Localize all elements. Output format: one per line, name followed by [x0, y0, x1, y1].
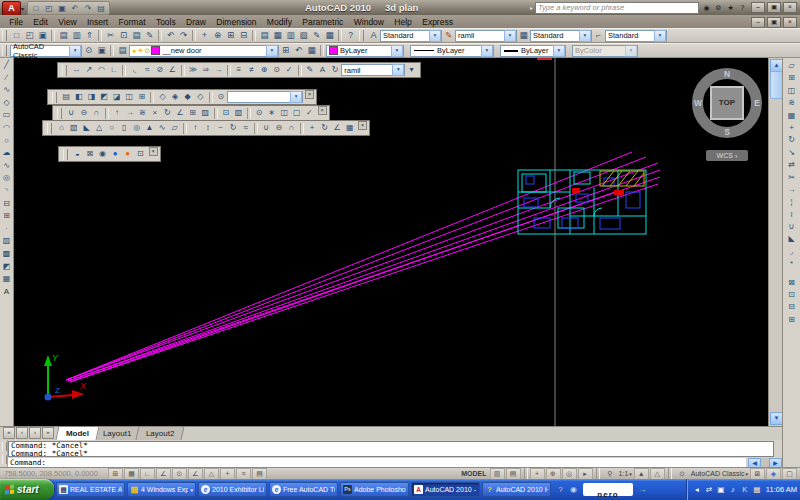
menu-dimension[interactable]: Dimension — [211, 17, 262, 27]
radius-icon[interactable]: ◟ — [128, 64, 141, 76]
dim-text-edit-icon[interactable]: A — [316, 64, 329, 76]
back-view-icon[interactable]: ⊞ — [136, 91, 149, 103]
match-properties-icon[interactable]: ✎ — [143, 29, 156, 42]
workspace-switching-button[interactable]: ⊙ AutoCAD Classic ▾ — [676, 469, 748, 479]
paste-icon[interactable]: ▤ — [130, 29, 143, 42]
arc-length-icon[interactable]: ◠ — [95, 64, 108, 76]
menu-window[interactable]: Window — [349, 17, 390, 27]
cut-icon[interactable]: ✂ — [104, 29, 117, 42]
render-environment-icon[interactable]: ● — [109, 148, 122, 160]
command-scrollbar[interactable]: ◀ ▶ — [748, 458, 782, 467]
sweep-icon[interactable]: ~ — [214, 122, 227, 134]
otrack-icon[interactable]: ∠ — [188, 468, 203, 480]
3d-rotate-icon[interactable]: ↻ — [318, 122, 331, 134]
insert-block-icon[interactable]: ⊟ — [1, 198, 13, 211]
3d-move-icon[interactable]: + — [306, 122, 319, 134]
prev-tab-icon[interactable]: ‹ — [16, 427, 28, 439]
move-faces-icon[interactable]: → — [123, 107, 136, 119]
dim-break-icon[interactable]: ≠ — [245, 64, 258, 76]
bring-to-front-icon[interactable]: ⊠ — [785, 277, 798, 289]
search-icon[interactable]: ◉ — [701, 3, 712, 13]
toolbar-lock-icon[interactable]: ⊠ — [750, 468, 765, 480]
join-icon[interactable]: ∪ — [785, 221, 798, 233]
viewcube-west-label[interactable]: W — [694, 98, 702, 108]
point-icon[interactable]: · — [1, 223, 13, 236]
publish-icon[interactable]: ⇑ — [83, 29, 96, 42]
properties-icon[interactable]: ▤ — [258, 29, 271, 42]
first-tab-icon[interactable]: « — [3, 427, 15, 439]
dropdown-icon[interactable]: ▾ — [481, 45, 493, 57]
quick-view-drawings-icon[interactable]: ▤ — [506, 468, 521, 480]
hatch-icon[interactable]: ▨ — [1, 235, 13, 248]
hidden-chevron-icon[interactable]: ◂ — [692, 484, 702, 495]
lineweight-combo[interactable]: ByLayer ▾ — [500, 45, 566, 57]
globe-icon[interactable]: ◉ — [568, 484, 579, 495]
3d-align-icon[interactable]: ∠ — [331, 122, 344, 134]
circle-icon[interactable]: ○ — [1, 135, 13, 148]
aligned-icon[interactable]: ↗ — [83, 64, 96, 76]
hide-icon[interactable]: ◒ — [71, 148, 84, 160]
layer-states-icon[interactable]: ▦ — [305, 44, 318, 57]
render-region-icon[interactable]: ⊠ — [84, 148, 97, 160]
scale-icon[interactable]: ↘ — [785, 147, 798, 159]
save-workspace-icon[interactable]: ▣ — [95, 44, 108, 57]
left-view-icon[interactable]: ◩ — [98, 91, 111, 103]
app-status-icon[interactable]: ◈ — [766, 468, 781, 480]
quickcalc-icon[interactable]: ▦ — [323, 29, 336, 42]
presspull-icon[interactable]: ↕ — [202, 122, 215, 134]
dropdown-icon[interactable]: ▾ — [745, 471, 748, 477]
subtract-icon[interactable]: ⊖ — [273, 122, 286, 134]
menu-format[interactable]: Format — [113, 17, 150, 27]
workspace-combo[interactable]: AutoCAD Classic ▾ — [10, 45, 82, 57]
vertical-scrollbar[interactable]: ▲ ▼ — [768, 58, 782, 426]
bottom-view-icon[interactable]: ◨ — [85, 91, 98, 103]
tray-kaspersky-icon[interactable]: K — [740, 484, 750, 495]
dropdown-icon[interactable]: ▾ — [735, 153, 738, 159]
send-to-back-icon[interactable]: ⊡ — [785, 289, 798, 301]
command-input[interactable]: Command: — [8, 458, 746, 467]
layer-properties-icon[interactable]: ▤ — [116, 44, 129, 57]
clean-icon[interactable]: ∗ — [265, 107, 278, 119]
toolbar-grip[interactable] — [359, 30, 364, 41]
start-button[interactable]: start — [0, 479, 54, 500]
viewcube-wcs-menu[interactable]: WCS ▾ — [706, 150, 748, 161]
delete-faces-icon[interactable]: × — [149, 107, 162, 119]
undo-icon[interactable]: ↶ — [69, 3, 81, 14]
model-space-button[interactable]: MODEL — [461, 470, 486, 477]
taskbar-task-autocad-tutorial[interactable]: e Free AutoCAD Tu... — [269, 482, 338, 497]
multiline-text-icon[interactable]: A — [1, 286, 13, 299]
toolbar-grip[interactable] — [63, 149, 68, 160]
dropdown-icon[interactable]: ▾ — [654, 30, 666, 42]
dropdown-icon[interactable]: ▾ — [266, 45, 278, 57]
clean-screen-icon[interactable]: ▢ — [782, 468, 797, 480]
rotate-faces-icon[interactable]: ↻ — [161, 107, 174, 119]
zoom-realtime-icon[interactable]: ⊕ — [211, 29, 224, 42]
toolbar-grip[interactable] — [2, 30, 7, 41]
copy-edges-icon[interactable]: ⊡ — [220, 107, 233, 119]
quick-view-layouts-icon[interactable]: ▥ — [490, 468, 505, 480]
array-icon[interactable]: ▦ — [785, 110, 798, 122]
viewcube-north-label[interactable]: N — [724, 69, 730, 79]
3d-array-icon[interactable]: ▦ — [343, 122, 356, 134]
lwt-icon[interactable]: ≡ — [236, 468, 251, 480]
taskbar-task-windows-explorer-group[interactable]: ▨ 4 Windows Expl... ▾ — [127, 482, 196, 497]
plot-icon[interactable]: ▤ — [57, 29, 70, 42]
break-icon[interactable]: ≀ — [785, 209, 798, 221]
zoom-window-icon[interactable]: ⊞ — [224, 29, 237, 42]
explode-icon[interactable]: * — [785, 258, 798, 270]
ellipse-arc-icon[interactable]: ◝ — [1, 185, 13, 198]
steering-wheel-icon[interactable]: ◎ — [562, 468, 577, 480]
sheet-set-manager-icon[interactable]: ▧ — [297, 29, 310, 42]
grid-icon[interactable]: ▦ — [124, 468, 139, 480]
offset-faces-icon[interactable]: ≋ — [136, 107, 149, 119]
menu-insert[interactable]: Insert — [82, 17, 114, 27]
nw-iso-icon[interactable]: ◇ — [194, 91, 207, 103]
taskbar-task-photoshop[interactable]: Ps Adobe Photosho... — [340, 482, 409, 497]
dropdown-icon[interactable]: ▾ — [504, 30, 516, 42]
toolbar-grip[interactable] — [47, 123, 52, 134]
make-block-icon[interactable]: ⊞ — [1, 210, 13, 223]
baseline-icon[interactable]: ⇒ — [199, 64, 212, 76]
tolerance-icon[interactable]: ⊕ — [258, 64, 271, 76]
toolbar-grip[interactable] — [62, 65, 67, 76]
dropdown-icon[interactable]: ▾ — [392, 64, 404, 76]
